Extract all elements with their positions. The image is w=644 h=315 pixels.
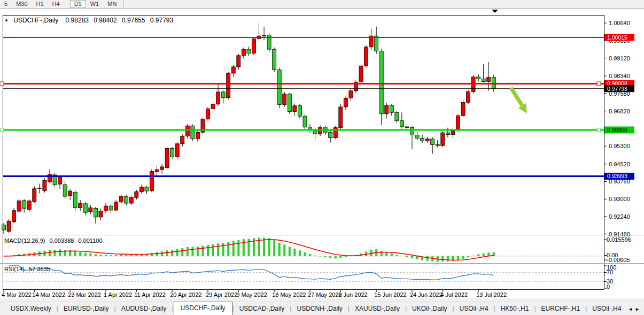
date-label: 29 Apr 2022 [206,291,237,298]
candle-body [467,91,470,102]
candle-body [155,170,159,171]
candle-body [196,132,199,139]
tab-usdcad-daily[interactable]: USDCAD-,Daily [234,303,290,315]
tabs-scroll-left[interactable]: ◄ [628,306,635,312]
timeframe-button-5[interactable]: 5 [0,0,12,8]
tab-usdx-weekly[interactable]: USDX,Weekly [5,303,57,315]
macd-axis-label: 0.015596 [607,236,631,243]
price-badge-label: 1.00015 [607,34,627,41]
symbol-dropdown-icon[interactable]: ▼ [4,18,9,23]
candle-body [298,106,301,116]
candle-body [216,92,220,104]
date-label: 4 Mar 2022 [2,291,32,298]
candle-body [446,133,449,134]
candle-body [400,121,404,127]
candle-body [191,126,195,139]
hline-handle[interactable] [0,128,4,132]
candle-body [293,106,297,112]
candle-body [119,196,123,202]
price-chart[interactable]: 1.006400.998800.991200.983400.975800.968… [0,0,644,315]
tab-hk50-h1[interactable]: HK50-,H1 [495,303,534,315]
candle-body [211,104,215,109]
tab-usoil-h4[interactable]: USOil-,H4 [587,303,626,315]
tab-eurusd-daily[interactable]: EURUSD-,Daily [58,303,114,315]
candle-body [247,49,251,53]
candle-body [283,94,286,105]
candle-body [170,148,174,157]
candle-body [175,144,179,157]
candle-body [83,204,87,212]
candle-body [288,94,291,112]
date-label: 4 Jul 2022 [440,291,468,298]
candle-body [33,189,36,202]
candle-body [63,185,67,196]
candle-body [181,136,184,144]
timeframe-button-m30[interactable]: M30 [12,0,32,8]
tab-usoil-h4[interactable]: USOil-,H4 [454,303,494,315]
candle-body [410,128,414,135]
candle-body [37,188,41,189]
price-tick-label: 0.93000 [609,196,630,202]
candle-body [344,98,347,107]
date-label: 20 Apr 2022 [170,291,201,298]
timeframe-button-h1[interactable]: H1 [32,0,48,8]
candle-body [150,172,153,191]
candle-body [252,39,255,53]
price-badge-label: 0.93993 [607,173,627,179]
hline-handle[interactable] [597,82,601,86]
price-badge-label: 0.96000 [607,127,627,133]
candle-body [17,201,21,211]
candle-body [461,102,465,116]
tab-xauusd-daily[interactable]: XAUUSD-,Daily [350,303,405,315]
candle-body [73,192,77,208]
candle-body [160,167,164,170]
candle-body [129,197,133,203]
timeframe-button-w1[interactable]: W1 [86,0,104,8]
tabs-scroll-right[interactable]: ► [635,306,642,312]
chart-tab-bar: USDX,Weekly|EURUSD-,Daily|AUDUSD-,Daily|… [0,302,644,315]
tab-ukoil-daily[interactable]: UKOil-,Daily [407,303,452,315]
candle-body [375,36,378,51]
tab-audusd-daily[interactable]: AUDUSD-,Daily [116,303,172,315]
toolbar-separator [123,1,124,7]
date-label: 13 Jul 2022 [476,291,507,298]
date-label: 24 Jun 2022 [410,291,443,298]
candle-body [99,211,103,217]
candle-body [237,56,240,67]
candle-body [27,201,31,210]
candle-body [364,47,368,66]
candle-body [262,35,266,36]
timeframe-button-h4[interactable]: H4 [48,0,64,8]
candle-body [242,49,245,56]
candle-body [58,177,62,184]
hline-handle[interactable] [597,128,601,132]
tab-eurchf-h1[interactable]: EURCHF-,H1 [536,303,586,315]
ohlc-low: 0.97655 [122,17,145,24]
price-tick-label: 0.96820 [609,108,630,114]
tab-usdcnh-daily[interactable]: USDCNH-,Daily [291,303,347,315]
price-tick-label: 0.92240 [609,213,630,220]
candle-body [339,107,343,128]
candle-body [43,180,46,190]
candle-body [48,174,51,182]
candle-body [277,70,281,105]
candle-body [125,196,128,203]
macd-name: MACD(12,26,9) [4,237,45,244]
date-label: 14 Mar 2022 [32,291,65,298]
date-label: 6 Jun 2022 [338,291,367,298]
candle-body [165,148,169,167]
timeframe-button-d1[interactable]: D1 [70,0,86,8]
candle-body [425,139,429,141]
candle-body [114,202,118,210]
rsi-axis-label: 70 [607,269,613,275]
rsi-axis-label: 0 [607,283,610,290]
tab-usdchf-daily[interactable]: USDCHF-,Daily [174,302,232,315]
candle-body [79,203,82,208]
candle-body [12,211,16,222]
hline-handle[interactable] [0,82,4,86]
timeframe-button-mn[interactable]: MN [103,0,121,8]
date-label: 27 May 2022 [308,291,342,298]
candle-body [109,206,113,210]
candle-body [145,187,149,191]
candle-body [395,112,399,121]
